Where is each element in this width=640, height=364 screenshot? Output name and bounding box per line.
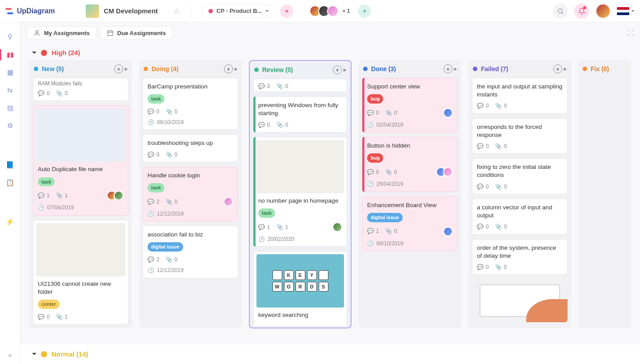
tab-due-assignments[interactable]: Due Assignments: [100, 26, 172, 40]
card[interactable]: UI21306 cannot create new folder center …: [33, 220, 128, 324]
card-title: Auto Duplicate file name: [38, 165, 124, 173]
card[interactable]: troubleshooting steps up 💬 0📎 0: [143, 134, 238, 162]
chevron-down-icon: [631, 10, 635, 14]
card[interactable]: Handle cookie login task 💬 2📎 0 🕒 12/12/…: [143, 167, 238, 221]
nav-book-icon[interactable]: 📘: [5, 160, 15, 170]
column-doing: Doing (4)+▸ BarCamp presentation task 💬 …: [139, 60, 242, 328]
add-card-button[interactable]: +: [333, 65, 342, 74]
app-header: UpDiagram CM Development ☆ CP - Product …: [0, 0, 640, 22]
column-title: Review (5): [262, 66, 293, 73]
nav-clipboard-icon[interactable]: 📋: [5, 178, 15, 188]
add-card-button[interactable]: +: [224, 64, 233, 73]
nav-zoom-icon[interactable]: ⚲: [5, 32, 15, 42]
nav-expand-icon[interactable]: »: [5, 350, 15, 360]
label-stripe: [362, 78, 364, 132]
flag-uk-icon: [617, 7, 629, 15]
add-view-button[interactable]: +: [280, 4, 293, 18]
fullscreen-icon[interactable]: ⛶: [628, 29, 634, 36]
tag-bug: bug: [367, 153, 383, 163]
card[interactable]: Enhancement Board View digital issue 💬 1…: [362, 196, 458, 251]
column-fix: Fix (0): [578, 60, 631, 328]
collapse-triangle-icon[interactable]: [32, 52, 36, 56]
card[interactable]: 💬 0📎 0: [253, 79, 347, 92]
dot-icon: [208, 9, 213, 13]
card-title: orresponds to the forced response: [477, 123, 563, 139]
card[interactable]: a column vector of input and output💬 0📎 …: [472, 199, 568, 235]
column-review: Review (5)+▸ 💬 0📎 0 preventing Windows f…: [249, 60, 352, 328]
card-title: keyword searching: [258, 311, 342, 319]
add-card-button[interactable]: +: [444, 64, 452, 73]
view-selector-pill[interactable]: CP - Product B...: [202, 4, 276, 18]
card[interactable]: BarCamp presentation task 💬 0📎 0 🕒 06/10…: [143, 78, 238, 130]
chevron-down-icon: [265, 10, 269, 14]
card[interactable]: KEY WORDS keyword searching: [253, 251, 347, 327]
tag-bug: bug: [367, 94, 383, 104]
nav-board-icon[interactable]: ▮▮: [5, 50, 15, 60]
nav-grid-icon[interactable]: ▦: [5, 68, 15, 77]
label-stripe: [362, 137, 364, 192]
column-title: Done (3): [371, 65, 396, 72]
card[interactable]: association fail to biz digital issue 💬 …: [143, 226, 238, 278]
card-title: troubleshooting steps up: [148, 139, 233, 147]
card-image: [256, 140, 344, 193]
chevron-right-icon[interactable]: ▸: [564, 66, 567, 72]
svg-rect-2: [108, 31, 113, 36]
chevron-right-icon[interactable]: ▸: [125, 66, 128, 72]
card-title: the input and output at sampling instant…: [477, 83, 563, 99]
tab-my-assignments[interactable]: My Assignments: [27, 26, 96, 40]
card[interactable]: no number page in homepage task 💬 1📎 1 🕒…: [253, 137, 347, 247]
avatar: [114, 191, 124, 200]
card[interactable]: RAM Modules fails 💬 0📎 0: [33, 78, 128, 101]
view-label: CP - Product B...: [216, 8, 262, 14]
profile-avatar[interactable]: [596, 4, 611, 19]
label-stripe: [253, 137, 256, 247]
chevron-right-icon[interactable]: ▸: [344, 67, 346, 73]
group-header-high[interactable]: High (24): [20, 41, 640, 60]
search-button[interactable]: [553, 4, 568, 19]
add-member-button[interactable]: +: [358, 4, 371, 18]
nav-bolt-icon[interactable]: ⚡: [5, 217, 15, 227]
card-title: a column vector of input and output: [477, 204, 563, 220]
logo[interactable]: UpDiagram: [5, 7, 55, 15]
tag-digital-issue: digital issue: [367, 213, 403, 222]
avatar: [443, 167, 453, 177]
card[interactable]: orresponds to the forced response💬 0📎 0: [472, 118, 568, 154]
add-card-button[interactable]: +: [553, 64, 562, 73]
card[interactable]: order of the system, presence of delay t…: [472, 239, 568, 275]
tag-center: center: [38, 300, 60, 309]
column-title: Fix (0): [591, 65, 609, 72]
chevron-right-icon[interactable]: ▸: [235, 66, 237, 72]
card[interactable]: Support center view bug 💬 0📎 0 🕒 02/04/2…: [362, 78, 458, 132]
column-title: Doing (4): [152, 65, 179, 72]
column-new: New (5)+▸ RAM Modules fails 💬 0📎 0 Auto …: [29, 60, 132, 328]
card-title: Handle cookie login: [148, 172, 233, 180]
card[interactable]: preventing Windows from fully starting 💬…: [253, 96, 347, 132]
card-image: KEY WORDS: [256, 254, 344, 308]
nav-share-icon[interactable]: ⇆: [5, 85, 15, 95]
tag-task: task: [148, 183, 164, 192]
card[interactable]: fixing to zero the initial state conditi…: [472, 158, 568, 194]
dot-icon: [473, 67, 477, 71]
column-title: Failed (7): [481, 65, 508, 72]
avatar-overflow: + 1: [339, 8, 353, 14]
add-card-button[interactable]: +: [114, 64, 123, 73]
group-header-normal[interactable]: Normal (14): [32, 350, 628, 358]
nav-settings-icon[interactable]: ⚙: [5, 121, 15, 131]
language-switcher[interactable]: [617, 7, 635, 15]
search-icon: [557, 8, 564, 15]
nav-table-icon[interactable]: ▤: [5, 103, 15, 113]
card-title: RAM Modules fails: [38, 80, 124, 87]
collapse-triangle-icon[interactable]: [32, 353, 36, 357]
project-switcher[interactable]: CM Development: [80, 0, 164, 22]
chevron-right-icon[interactable]: ▸: [454, 66, 457, 72]
svg-point-0: [558, 8, 562, 12]
card[interactable]: Button is hidden bug 💬 0📎 0 🕒 26/04/2019: [362, 137, 458, 192]
dot-icon: [34, 67, 38, 71]
column-failed: Failed (7)+▸ the input and output at sam…: [468, 60, 571, 328]
member-avatars[interactable]: + 1: [309, 5, 353, 17]
avatar: [224, 197, 233, 207]
card[interactable]: the input and output at sampling instant…: [472, 78, 568, 114]
card[interactable]: Auto Duplicate file name task 💬 1📎 1 🕒 0…: [33, 105, 128, 215]
notifications-button[interactable]: [574, 4, 589, 19]
star-icon[interactable]: ☆: [173, 6, 180, 16]
